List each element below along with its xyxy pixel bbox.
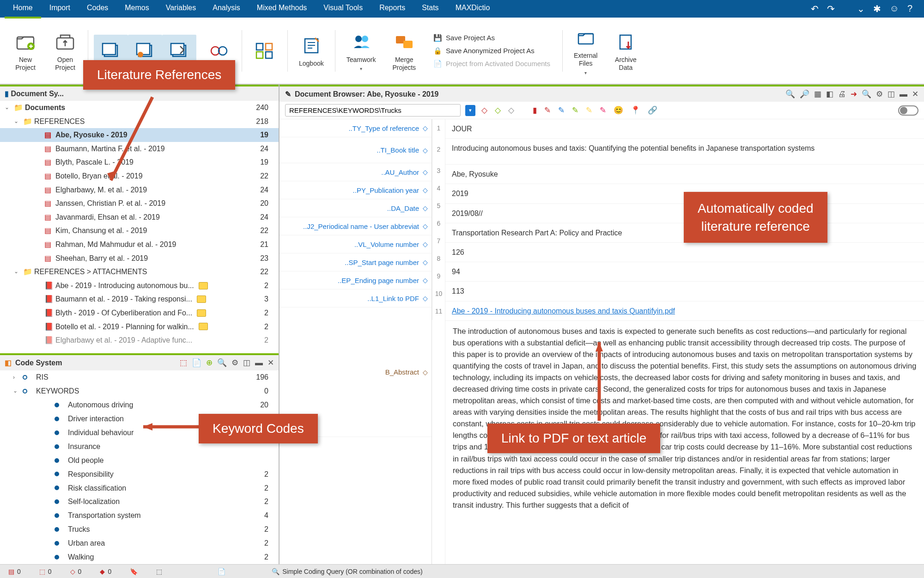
emoji-icon[interactable]: 😊 [612, 105, 625, 115]
code-row[interactable]: Responsibility2 [0, 467, 279, 481]
code-bracket-icon: ◇ [423, 124, 428, 132]
menu-reports[interactable]: Reports [371, 0, 413, 18]
zoom-in-icon[interactable]: 🔎 [800, 89, 809, 99]
teamwork-button[interactable]: Teamwork ▾ [341, 30, 382, 72]
highlighter-icon[interactable]: ✎ [584, 105, 594, 115]
dropdown-icon[interactable]: ⌄ [857, 3, 865, 14]
highlighter-icon[interactable]: ✎ [571, 105, 580, 115]
doc-row[interactable]: ▤Sheehan, Barry et al. - 201923 [0, 252, 279, 265]
code-tool-icon[interactable]: 📄 [192, 358, 201, 368]
tree-collapse-icon[interactable]: ⌄ [5, 103, 12, 112]
collapse-icon[interactable]: ▬ [900, 90, 907, 99]
memo-icon [199, 323, 208, 330]
link-icon[interactable]: 🔗 [646, 105, 659, 115]
highlighter-icon[interactable]: ✎ [598, 105, 608, 115]
attachment-row[interactable]: 📕Blyth - 2019 - Of Cyberliberation and F… [0, 306, 279, 320]
code-row[interactable]: Self-localization2 [0, 495, 279, 509]
redo-icon[interactable]: ↷ [827, 3, 835, 14]
settings-icon[interactable]: ✱ [873, 3, 881, 14]
code-group-row[interactable]: ›RIS196 [0, 370, 279, 384]
marker-status-icon: ◆ [100, 568, 105, 575]
menu-analysis[interactable]: Analysis [204, 0, 249, 18]
pin-icon[interactable]: 📍 [629, 105, 642, 115]
menu-stats[interactable]: Stats [413, 0, 447, 18]
code-marker-icon[interactable]: ◇ [493, 105, 502, 115]
menu-memos[interactable]: Memos [116, 0, 157, 18]
tree-collapse-icon[interactable]: ⌄ [14, 267, 21, 276]
code-icon [55, 400, 66, 411]
gear-icon[interactable]: ⚙ [876, 89, 883, 99]
menu-import[interactable]: Import [41, 0, 79, 18]
code-tool-icon[interactable]: ⬚ [180, 358, 187, 368]
attachment-row[interactable]: 📕Abe - 2019 - Introducing autonomous bu.… [0, 279, 279, 293]
smiley-icon[interactable]: ☺ [889, 3, 899, 14]
query-label: Simple Coding Query (OR combination of c… [282, 568, 422, 575]
code-marker-icon[interactable]: ◇ [480, 105, 489, 115]
search-icon[interactable]: 🔍 [217, 358, 227, 368]
code-row[interactable]: Risk classification2 [0, 481, 279, 495]
menu-maxdictio[interactable]: MAXDictio [447, 0, 498, 18]
zoom-out-icon[interactable]: 🔍 [785, 89, 795, 99]
code-add-icon[interactable]: ⊕ [206, 358, 213, 368]
doc-row[interactable]: ▤Rahman, Md Mahmudur et al. - 201921 [0, 238, 279, 252]
attachment-row[interactable]: 📕Botello et al. - 2019 - Planning for wa… [0, 320, 279, 334]
window-icon[interactable]: ◫ [243, 358, 250, 368]
toggle-switch[interactable] [898, 105, 918, 116]
doc-row[interactable]: ▤Janssen, Christian P. et al. - 201920 [0, 197, 279, 210]
tree-expand-icon[interactable]: › [13, 373, 20, 382]
gear-icon[interactable]: ⚙ [231, 358, 238, 368]
highlighter-icon[interactable]: ✎ [557, 105, 566, 115]
tree-collapse-icon[interactable]: ⌄ [13, 387, 20, 395]
export-icon[interactable]: ➜ [851, 89, 857, 99]
code-group-row[interactable]: ⌄KEYWORDS0 [0, 384, 279, 398]
external-files-button[interactable]: External Files ▾ [568, 26, 603, 75]
doc-row[interactable]: ▤Kim, Chansung et al. - 201922 [0, 224, 279, 238]
close-icon[interactable]: ✕ [267, 358, 274, 368]
highlight-tool-icon[interactable]: ▮ [531, 105, 538, 115]
ribbon-grid-button[interactable] [248, 39, 282, 62]
archive-data-button[interactable]: Archive Data [608, 30, 643, 72]
document-content: JOUR Introducing autonomous buses and ta… [445, 119, 924, 564]
code-bracket-icon: ◇ [423, 204, 428, 212]
menu-codes[interactable]: Codes [79, 0, 116, 18]
menu-visual-tools[interactable]: Visual Tools [315, 0, 371, 18]
menu-mixed-methods[interactable]: Mixed Methods [249, 0, 316, 18]
tree-collapse-icon[interactable]: ⌄ [14, 117, 21, 126]
svg-rect-15 [266, 52, 272, 58]
window-icon[interactable]: ◫ [888, 89, 895, 99]
search-icon[interactable]: 🔍 [862, 89, 871, 99]
doc-row[interactable]: ▤Javanmardi, Ehsan et al. - 201924 [0, 210, 279, 224]
undo-icon[interactable]: ↶ [811, 3, 819, 14]
grid-icon[interactable]: ▦ [814, 89, 821, 99]
attachment-row[interactable]: 📕Elgharbawy et al. - 2019 - Adaptive fun… [0, 333, 279, 347]
ribbon-tool-4[interactable] [202, 39, 236, 62]
save-anonymized-button[interactable]: 🔒Save Anonymized Project As [433, 45, 550, 56]
merge-projects-button[interactable]: Merge Projects [387, 30, 422, 72]
pdf-link[interactable]: Abe - 2019 - Introducing autonomous buse… [452, 307, 675, 315]
code-path-input[interactable] [285, 104, 461, 117]
code-row[interactable]: Urban area2 [0, 536, 279, 550]
layout-icon[interactable]: ◧ [826, 89, 833, 99]
new-project-button[interactable]: New Project [8, 30, 43, 72]
field-value: 126 [445, 243, 924, 262]
code-row[interactable]: Old people [0, 454, 279, 467]
save-project-as-button[interactable]: 💾Save Project As [433, 32, 550, 43]
code-bracket-icon: ◇ [423, 240, 428, 248]
code-row[interactable]: Transportation system4 [0, 509, 279, 523]
code-row[interactable]: Autonomous driving20 [0, 398, 279, 412]
path-dropdown-button[interactable]: ▾ [465, 105, 475, 116]
code-row[interactable]: Walking2 [0, 550, 279, 564]
code-row[interactable]: Trucks2 [0, 523, 279, 536]
close-icon[interactable]: ✕ [912, 89, 918, 99]
open-project-button[interactable]: Open Project [48, 30, 82, 72]
highlighter-icon[interactable]: ✎ [543, 105, 552, 115]
collapse-icon[interactable]: ▬ [255, 358, 263, 368]
menu-variables[interactable]: Variables [158, 0, 205, 18]
attachment-row[interactable]: 📕Baumann et al. - 2019 - Taking responsi… [0, 292, 279, 306]
logbook-button[interactable]: Logbook [293, 34, 329, 68]
menu-home[interactable]: Home [5, 0, 41, 18]
print-icon[interactable]: 🖨 [838, 90, 846, 99]
code-icon [23, 372, 34, 383]
help-icon[interactable]: ? [907, 3, 912, 14]
code-marker-icon[interactable]: ◇ [507, 105, 516, 115]
